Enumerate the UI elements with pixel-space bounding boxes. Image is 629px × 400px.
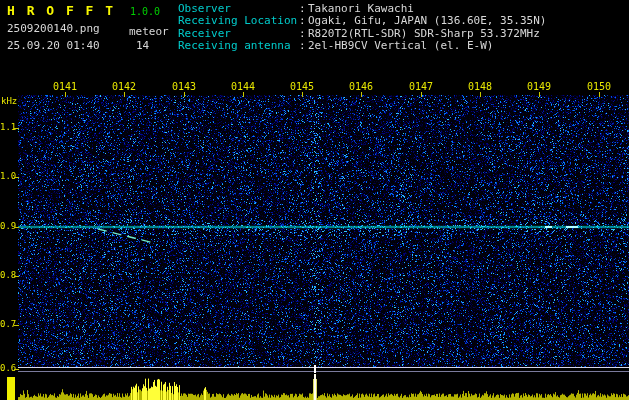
time-tick: [539, 92, 540, 97]
info-value: Ogaki, Gifu, JAPAN (136.60E, 35.35N): [308, 15, 546, 27]
info-value: 2el-HB9CV Vertical (el. E-W): [308, 40, 493, 52]
freq-label: 1.0: [0, 171, 15, 181]
time-label: 0142: [104, 81, 144, 92]
time-label: 0149: [519, 81, 559, 92]
freq-tick: [14, 128, 19, 129]
freq-tick: [14, 276, 19, 277]
time-label: 0145: [282, 81, 322, 92]
output-filename: 2509200140.png: [7, 22, 100, 35]
station-info: Observer : Takanori Kawachi Receiving Lo…: [178, 3, 546, 53]
hrofft-window: H R O F F T 1.0.0 2509200140.png meteor …: [0, 0, 629, 400]
time-label: 0150: [579, 81, 619, 92]
time-tick: [599, 92, 600, 97]
info-row-antenna: Receiving antenna : 2el-HB9CV Vertical (…: [178, 40, 546, 52]
echo-count: 14: [136, 39, 149, 52]
freq-tick: [14, 325, 19, 326]
strip-separator-bottom: [18, 371, 629, 372]
info-colon: :: [299, 15, 308, 27]
freq-label: 1.1: [0, 122, 15, 132]
freq-unit-label: kHz: [1, 96, 17, 106]
timestamp: 25.09.20 01:40: [7, 39, 100, 52]
freq-tick: [14, 369, 19, 370]
signal-level-strip: [18, 373, 629, 400]
time-tick: [124, 92, 125, 97]
freq-tick: [14, 227, 19, 228]
mode-label: meteor: [129, 25, 169, 38]
time-label: 0144: [223, 81, 263, 92]
freq-label: 0.8: [0, 270, 15, 280]
time-tick: [65, 92, 66, 97]
header: H R O F F T 1.0.0 2509200140.png meteor …: [0, 0, 629, 78]
level-scale-bar: [7, 377, 15, 400]
meteor-echo-trace: [98, 229, 154, 243]
info-label: Receiving antenna: [178, 40, 299, 52]
time-tick: [302, 92, 303, 97]
freq-tick: [14, 177, 19, 178]
signal-overlay: [18, 95, 629, 367]
time-label: 0147: [401, 81, 441, 92]
strip-separator-top: [18, 367, 629, 368]
time-label: 0141: [45, 81, 85, 92]
time-label: 0148: [460, 81, 500, 92]
app-title: H R O F F T: [7, 3, 115, 18]
time-tick: [421, 92, 422, 97]
time-tick: [480, 92, 481, 97]
freq-label: 0.6: [0, 363, 15, 373]
freq-label: 0.9: [0, 221, 15, 231]
time-tick: [361, 92, 362, 97]
freq-label: 0.7: [0, 319, 15, 329]
ping-spike: [314, 365, 316, 373]
info-label: Receiving Location: [178, 15, 299, 27]
info-colon: :: [299, 40, 308, 52]
time-tick: [243, 92, 244, 97]
time-label: 0146: [341, 81, 381, 92]
app-version: 1.0.0: [130, 6, 160, 17]
time-label: 0143: [164, 81, 204, 92]
time-tick: [184, 92, 185, 97]
info-row-location: Receiving Location : Ogaki, Gifu, JAPAN …: [178, 15, 546, 27]
